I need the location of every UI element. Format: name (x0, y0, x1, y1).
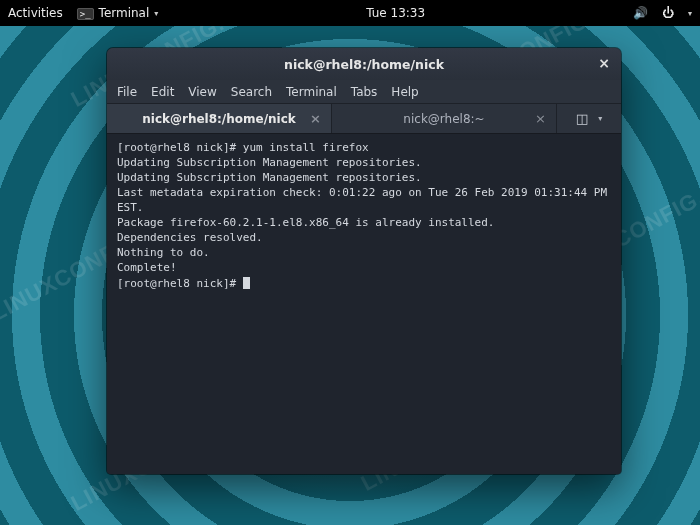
menu-edit[interactable]: Edit (151, 85, 174, 99)
chevron-down-icon: ▾ (688, 9, 692, 18)
terminal-line: Dependencies resolved. (117, 230, 611, 245)
window-title: nick@rhel8:/home/nick (284, 57, 444, 72)
terminal-line: Package firefox-60.2.1-1.el8.x86_64 is a… (117, 215, 611, 230)
window-titlebar[interactable]: nick@rhel8:/home/nick × (107, 48, 621, 80)
volume-icon[interactable]: 🔊 (633, 6, 648, 20)
terminal-line: Updating Subscription Management reposit… (117, 170, 611, 185)
chevron-down-icon: ▾ (154, 9, 158, 18)
menu-terminal[interactable]: Terminal (286, 85, 337, 99)
terminal-icon (77, 6, 94, 20)
menu-tabs[interactable]: Tabs (351, 85, 378, 99)
new-tab-button[interactable]: ◫ (576, 111, 588, 126)
close-icon[interactable]: × (535, 111, 546, 126)
menu-view[interactable]: View (188, 85, 216, 99)
tab-tools: ◫ ▾ (557, 104, 621, 133)
tab-inactive[interactable]: nick@rhel8:~ × (332, 104, 557, 133)
chevron-down-icon[interactable]: ▾ (598, 114, 602, 123)
menubar: File Edit View Search Terminal Tabs Help (107, 80, 621, 104)
tabstrip: nick@rhel8:/home/nick × nick@rhel8:~ × ◫… (107, 104, 621, 134)
gnome-topbar: Activities Terminal ▾ Tue 13:33 🔊 ⏻ ▾ (0, 0, 700, 26)
terminal-line: Updating Subscription Management reposit… (117, 155, 611, 170)
terminal-line: Nothing to do. (117, 245, 611, 260)
app-menu[interactable]: Terminal ▾ (77, 6, 159, 20)
tab-label: nick@rhel8:~ (403, 112, 484, 126)
menu-file[interactable]: File (117, 85, 137, 99)
clock[interactable]: Tue 13:33 (366, 6, 425, 20)
terminal-line: Last metadata expiration check: 0:01:22 … (117, 185, 611, 215)
tab-active[interactable]: nick@rhel8:/home/nick × (107, 104, 332, 133)
close-icon[interactable]: × (310, 111, 321, 126)
activities-button[interactable]: Activities (8, 6, 63, 20)
app-menu-label: Terminal (99, 6, 150, 20)
terminal-line: [root@rhel8 nick]# yum install firefox (117, 140, 611, 155)
close-icon[interactable]: × (595, 55, 613, 73)
menu-help[interactable]: Help (391, 85, 418, 99)
terminal-cursor (243, 277, 250, 289)
terminal-output[interactable]: [root@rhel8 nick]# yum install firefoxUp… (107, 134, 621, 474)
power-icon[interactable]: ⏻ (662, 6, 674, 20)
terminal-line: [root@rhel8 nick]# (117, 275, 611, 291)
tab-label: nick@rhel8:/home/nick (142, 112, 296, 126)
terminal-line: Complete! (117, 260, 611, 275)
terminal-window: nick@rhel8:/home/nick × File Edit View S… (107, 48, 621, 474)
menu-search[interactable]: Search (231, 85, 272, 99)
